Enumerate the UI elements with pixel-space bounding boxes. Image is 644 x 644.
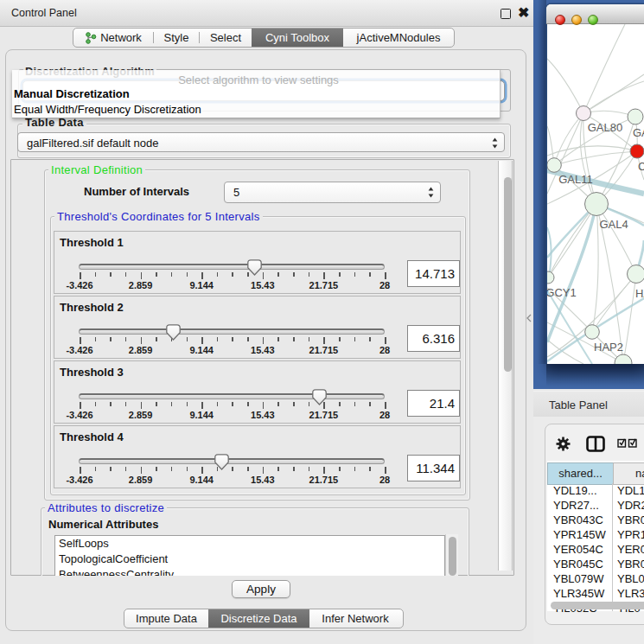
svg-text:GAL80: GAL80 bbox=[588, 121, 622, 134]
svg-text:GAL11: GAL11 bbox=[558, 173, 593, 186]
svg-text:HA: HA bbox=[635, 287, 644, 300]
svg-text:HAP2: HAP2 bbox=[594, 341, 623, 354]
svg-text:GAL4: GAL4 bbox=[599, 218, 628, 231]
svg-text:GCY1: GCY1 bbox=[547, 286, 577, 299]
svg-text:C: C bbox=[638, 160, 644, 173]
svg-text:GAL: GAL bbox=[633, 126, 644, 139]
